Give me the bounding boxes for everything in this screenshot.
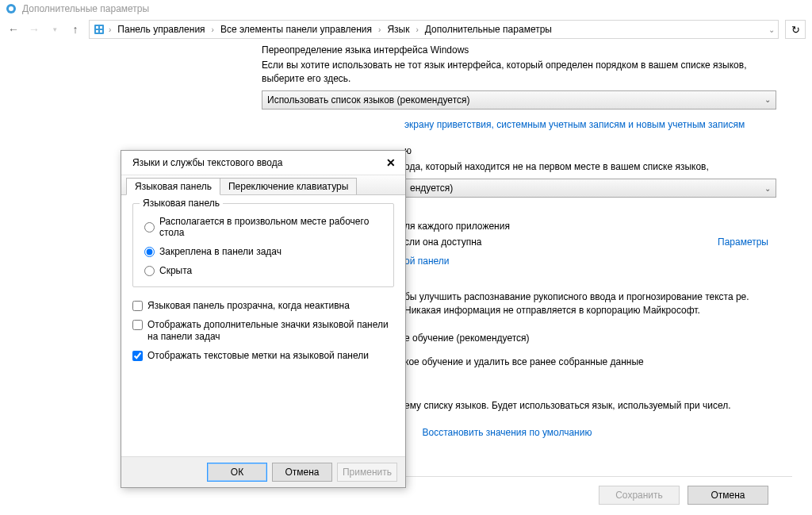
svg-rect-2 <box>94 25 104 34</box>
chevron-right-icon: › <box>212 25 214 34</box>
recent-dropdown[interactable]: ▾ <box>48 22 62 37</box>
section3-text: сли она доступна <box>404 236 481 248</box>
crumb-0[interactable]: Панель управления <box>114 24 208 35</box>
cancel-button[interactable]: Отмена <box>688 486 768 505</box>
dialog-header: Языки и службы текстового ввода ✕ <box>121 151 405 175</box>
dialog-cancel-button[interactable]: Отмена <box>272 463 332 482</box>
welcome-screen-link[interactable]: экрану приветствия, системным учетным за… <box>222 117 792 136</box>
check-text-labels[interactable]: Отображать текстовые метки на языковой п… <box>132 347 394 366</box>
refresh-button[interactable]: ↻ <box>785 20 806 39</box>
chevron-down-icon: ⌄ <box>764 95 771 104</box>
language-bar-dialog: Языки и службы текстового ввода ✕ Языков… <box>121 150 406 488</box>
window-title: Дополнительные параметры <box>22 3 149 14</box>
checkbox-input[interactable] <box>132 351 143 361</box>
chevron-right-icon: › <box>378 25 381 34</box>
app-icon <box>5 2 17 15</box>
check-extra-icons[interactable]: Отображать дополнительные значки языково… <box>132 316 394 347</box>
chevron-down-icon: ⌄ <box>764 184 771 193</box>
chevron-right-icon: › <box>416 25 418 34</box>
tab-keyboard-switch[interactable]: Переключение клавиатуры <box>220 178 357 194</box>
svg-rect-5 <box>96 30 98 33</box>
forward-button[interactable]: → <box>27 22 41 37</box>
checkbox-input[interactable] <box>132 301 143 311</box>
language-bar-groupbox: Языковая панель Располагается в произвол… <box>132 203 394 287</box>
checkbox-input[interactable] <box>132 320 143 330</box>
breadcrumb[interactable]: › Панель управления › Все элементы панел… <box>89 20 779 39</box>
radio-input[interactable] <box>144 222 155 233</box>
tab-language-bar[interactable]: Языковая панель <box>126 178 220 195</box>
override-lang-dropdown[interactable]: Использовать список языков (рекомендуетс… <box>262 90 776 110</box>
section1-heading: Переопределение языка интерфейса Windows <box>222 41 792 57</box>
check-transparent[interactable]: Языковая панель прозрачна, когда неактив… <box>132 297 394 316</box>
crumb-2[interactable]: Язык <box>384 24 412 35</box>
dialog-title: Языки и службы текстового ввода <box>132 157 375 168</box>
tab-strip: Языковая панель Переключение клавиатуры <box>121 175 405 195</box>
control-panel-icon <box>93 23 105 36</box>
nav-row: ← → ▾ ↑ › Панель управления › Все элемен… <box>0 17 812 41</box>
window-title-bar: Дополнительные параметры <box>0 0 812 17</box>
svg-rect-3 <box>96 26 98 29</box>
radio-input[interactable] <box>144 247 155 257</box>
chevron-right-icon: › <box>109 25 111 34</box>
svg-rect-4 <box>100 26 102 29</box>
radio-floating[interactable]: Располагается в произвольном месте рабоч… <box>141 212 385 242</box>
save-button[interactable]: Сохранить <box>599 486 680 505</box>
back-button[interactable]: ← <box>6 22 21 37</box>
radio-docked[interactable]: Закреплена в панели задач <box>141 242 385 261</box>
options-link[interactable]: Параметры <box>718 236 768 248</box>
dropdown-value: ендуется) <box>410 183 453 194</box>
crumb-3[interactable]: Дополнительные параметры <box>422 24 555 35</box>
section1-text: Если вы хотите использовать не тот язык … <box>222 57 792 90</box>
radio-input[interactable] <box>144 266 155 276</box>
dropdown-value: Использовать список языков (рекомендуетс… <box>267 94 470 106</box>
radio-hidden[interactable]: Скрыта <box>141 261 385 280</box>
crumb-1[interactable]: Все элементы панели управления <box>217 24 375 35</box>
groupbox-title: Языковая панель <box>140 198 223 209</box>
svg-point-1 <box>9 6 13 11</box>
dialog-body: Языковая панель Располагается в произвол… <box>121 195 405 456</box>
chevron-down-icon[interactable]: ⌄ <box>768 25 775 34</box>
ok-button[interactable]: ОК <box>207 463 267 482</box>
close-button[interactable]: ✕ <box>381 155 400 171</box>
input-method-dropdown[interactable]: ендуется) ⌄ <box>404 179 776 198</box>
up-button[interactable]: ↑ <box>68 22 82 37</box>
apply-button[interactable]: Применить <box>337 463 397 482</box>
dialog-footer: ОК Отмена Применить <box>121 456 405 487</box>
svg-rect-6 <box>100 30 102 33</box>
